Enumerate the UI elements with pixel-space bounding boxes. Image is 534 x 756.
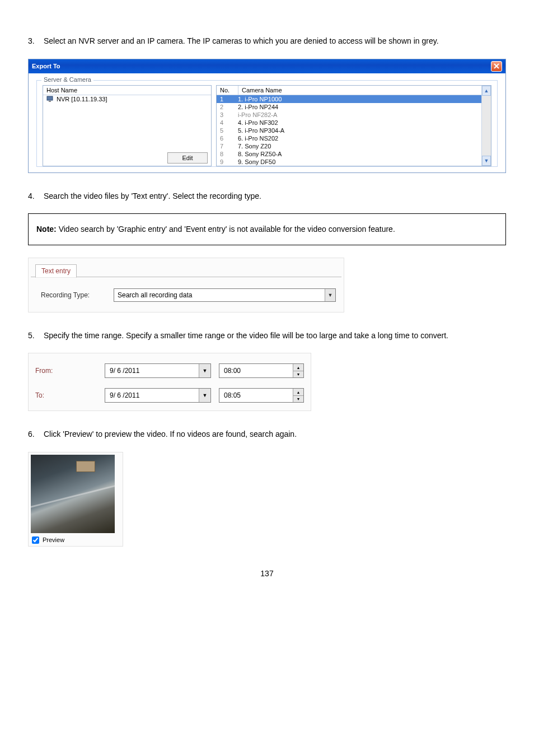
- spin-up-icon[interactable]: ▲: [293, 364, 303, 371]
- to-date-input[interactable]: 9/ 6 /2011 ▼: [105, 388, 211, 403]
- camera-name: 4. i-Pro NF302: [235, 119, 481, 126]
- edit-button[interactable]: Edit: [167, 152, 208, 164]
- camera-no: 9: [217, 158, 235, 165]
- camera-row[interactable]: 99. Sony DF50: [217, 158, 481, 166]
- camera-no: 6: [217, 135, 235, 142]
- recording-type-select[interactable]: Search all recording data ▼: [114, 288, 336, 302]
- step-6-num: 6.: [28, 427, 44, 442]
- spin-up-icon[interactable]: ▲: [293, 389, 303, 396]
- recording-type-label: Recording Type:: [41, 291, 107, 299]
- camera-no: 3: [217, 111, 235, 118]
- col-camera-header: Camera Name: [238, 86, 481, 95]
- camera-row[interactable]: 55. i-Pro NP304-A: [217, 127, 481, 134]
- recording-type-value: Search all recording data: [114, 291, 325, 299]
- camera-name: 6. i-Pro NS202: [235, 135, 481, 142]
- camera-row[interactable]: 88. Sony RZ50-A: [217, 150, 481, 158]
- camera-row[interactable]: 22. i-Pro NP244: [217, 103, 481, 111]
- step-6-text: Click 'Preview' to preview the video. If…: [44, 427, 506, 442]
- preview-image: [31, 455, 115, 533]
- computer-icon: [46, 96, 54, 102]
- camera-name: 9. Sony DF50: [235, 158, 481, 165]
- host-row[interactable]: NVR [10.11.19.33]: [43, 95, 211, 103]
- dialog-titlebar: Export To: [29, 59, 505, 73]
- camera-no: 5: [217, 127, 235, 134]
- step-6: 6. Click 'Preview' to preview the video.…: [28, 427, 506, 442]
- camera-no: 1: [217, 96, 235, 102]
- host-header: Host Name: [43, 86, 211, 95]
- step-5-text: Specify the time range. Specify a smalle…: [44, 328, 506, 343]
- from-date-value: 9/ 6 /2011: [105, 367, 199, 375]
- camera-no: 8: [217, 151, 235, 157]
- step-5-num: 5.: [28, 328, 44, 343]
- text-entry-panel: Text entry Recording Type: Search all re…: [28, 258, 344, 312]
- camera-no: 4: [217, 119, 235, 126]
- page-number: 137: [28, 569, 506, 578]
- chevron-down-icon[interactable]: ▼: [199, 364, 210, 377]
- step-5: 5. Specify the time range. Specify a sma…: [28, 328, 506, 343]
- camera-row[interactable]: 11. i-Pro NP1000: [217, 95, 481, 103]
- camera-list[interactable]: 11. i-Pro NP100022. i-Pro NP2443i-Pro NF…: [217, 95, 481, 166]
- step-3-text: Select an NVR server and an IP camera. T…: [44, 34, 506, 49]
- group-legend: Server & Camera: [41, 76, 93, 83]
- note-text: Video search by 'Graphic entry' and 'Eve…: [57, 225, 395, 234]
- camera-row[interactable]: 44. i-Pro NF302: [217, 119, 481, 127]
- scrollbar[interactable]: ▲ ▼: [481, 86, 491, 166]
- from-label: From:: [35, 367, 97, 375]
- preview-label: Preview: [43, 536, 64, 543]
- to-time-input[interactable]: 08:05 ▲ ▼: [219, 388, 304, 403]
- spin-down-icon[interactable]: ▼: [293, 371, 303, 378]
- camera-row[interactable]: 3i-Pro NF282-A: [217, 111, 481, 119]
- svg-rect-1: [49, 101, 51, 102]
- tab-text-entry[interactable]: Text entry: [35, 264, 77, 278]
- col-no-header: No.: [217, 86, 238, 95]
- note-box: Note: Video search by 'Graphic entry' an…: [28, 213, 506, 245]
- preview-checkbox[interactable]: [32, 536, 39, 544]
- step-3-num: 3.: [28, 34, 44, 49]
- export-dialog: Export To Server & Camera Host Name: [28, 59, 506, 173]
- spin-down-icon[interactable]: ▼: [293, 396, 303, 403]
- from-time-value: 08:00: [219, 364, 293, 377]
- close-icon[interactable]: [491, 61, 502, 72]
- chevron-down-icon[interactable]: ▼: [199, 389, 210, 402]
- camera-name: 2. i-Pro NP244: [235, 104, 481, 110]
- chevron-down-icon[interactable]: ▼: [325, 289, 335, 301]
- step-4-num: 4.: [28, 189, 44, 204]
- svg-rect-0: [47, 96, 53, 100]
- to-time-value: 08:05: [219, 389, 293, 402]
- camera-no: 7: [217, 143, 235, 150]
- dialog-title: Export To: [32, 63, 60, 69]
- camera-name: i-Pro NF282-A: [235, 111, 481, 118]
- to-label: To:: [35, 391, 97, 399]
- camera-name: 5. i-Pro NP304-A: [235, 127, 481, 134]
- host-pane: Host Name NVR [10.11.19.33] Edit: [43, 85, 212, 166]
- host-name: NVR [10.11.19.33]: [57, 96, 107, 102]
- scroll-up-icon[interactable]: ▲: [482, 86, 491, 96]
- scroll-down-icon[interactable]: ▼: [482, 156, 491, 166]
- camera-row[interactable]: 66. i-Pro NS202: [217, 134, 481, 142]
- to-date-value: 9/ 6 /2011: [105, 391, 199, 399]
- camera-name: 8. Sony RZ50-A: [235, 151, 481, 157]
- camera-no: 2: [217, 104, 235, 110]
- step-4-text: Search the video files by 'Text entry'. …: [44, 189, 506, 204]
- from-time-input[interactable]: 08:00 ▲ ▼: [219, 363, 304, 378]
- step-3: 3. Select an NVR server and an IP camera…: [28, 34, 506, 49]
- camera-row[interactable]: 77. Sony Z20: [217, 142, 481, 150]
- camera-name: 7. Sony Z20: [235, 143, 481, 150]
- note-label: Note:: [36, 225, 57, 234]
- server-camera-group: Server & Camera Host Name NVR [10.11.19.…: [36, 80, 498, 167]
- step-4: 4. Search the video files by 'Text entry…: [28, 189, 506, 204]
- camera-pane: No. Camera Name 11. i-Pro NP100022. i-Pr…: [216, 85, 491, 166]
- time-range-panel: From: 9/ 6 /2011 ▼ 08:00 ▲ ▼ To: 9/ 6 /2…: [28, 353, 311, 411]
- camera-name: 1. i-Pro NP1000: [235, 96, 481, 102]
- preview-panel: Preview: [28, 452, 123, 547]
- from-date-input[interactable]: 9/ 6 /2011 ▼: [105, 363, 211, 378]
